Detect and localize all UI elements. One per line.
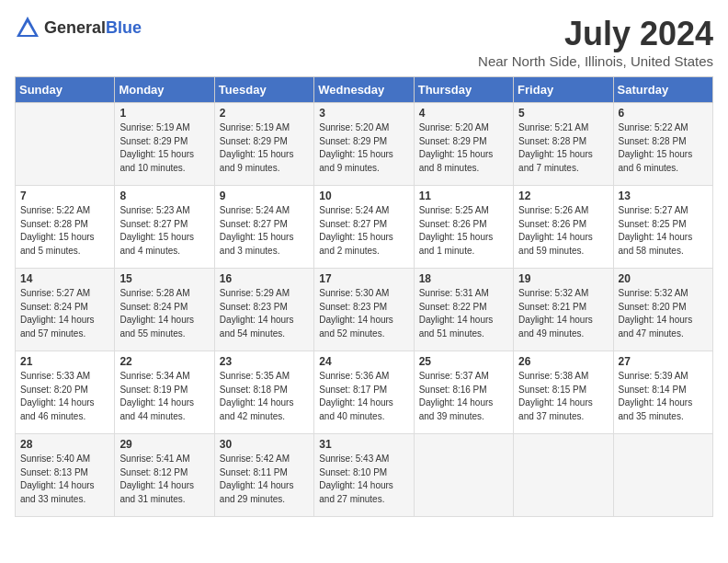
calendar-cell: 30Sunrise: 5:42 AM Sunset: 8:11 PM Dayli… [214, 434, 313, 517]
day-number: 26 [518, 355, 608, 368]
calendar-cell: 8Sunrise: 5:23 AM Sunset: 8:27 PM Daylig… [115, 186, 214, 269]
calendar-cell: 3Sunrise: 5:20 AM Sunset: 8:29 PM Daylig… [314, 103, 414, 186]
cell-info: Sunrise: 5:39 AM Sunset: 8:14 PM Dayligh… [619, 370, 708, 423]
day-number: 28 [20, 438, 109, 451]
calendar-cell [16, 103, 115, 186]
cell-info: Sunrise: 5:22 AM Sunset: 8:28 PM Dayligh… [619, 121, 708, 175]
cell-info: Sunrise: 5:42 AM Sunset: 8:11 PM Dayligh… [220, 453, 309, 506]
calendar-cell: 13Sunrise: 5:27 AM Sunset: 8:25 PM Dayli… [613, 186, 712, 269]
day-number: 16 [220, 272, 309, 285]
calendar-body: 1Sunrise: 5:19 AM Sunset: 8:29 PM Daylig… [16, 103, 713, 517]
day-number: 29 [119, 438, 209, 451]
logo-blue: Blue [106, 18, 142, 37]
day-number: 11 [419, 190, 508, 202]
subtitle: Near North Side, Illinois, United States [478, 53, 713, 69]
calendar-cell: 10Sunrise: 5:24 AM Sunset: 8:27 PM Dayli… [314, 186, 414, 269]
day-number: 27 [619, 355, 708, 368]
calendar-week-row: 21Sunrise: 5:33 AM Sunset: 8:20 PM Dayli… [16, 351, 713, 434]
cell-info: Sunrise: 5:27 AM Sunset: 8:24 PM Dayligh… [20, 287, 109, 340]
cell-info: Sunrise: 5:40 AM Sunset: 8:13 PM Dayligh… [20, 453, 109, 506]
calendar-cell: 22Sunrise: 5:34 AM Sunset: 8:19 PM Dayli… [115, 351, 214, 434]
cell-info: Sunrise: 5:23 AM Sunset: 8:27 PM Dayligh… [119, 204, 209, 258]
cell-info: Sunrise: 5:29 AM Sunset: 8:23 PM Dayligh… [220, 287, 309, 340]
calendar-cell: 21Sunrise: 5:33 AM Sunset: 8:20 PM Dayli… [16, 351, 115, 434]
day-header-sunday: Sunday [16, 77, 115, 103]
day-number: 25 [419, 355, 508, 368]
calendar-cell: 18Sunrise: 5:31 AM Sunset: 8:22 PM Dayli… [414, 269, 513, 351]
main-title: July 2024 [478, 15, 713, 53]
calendar-cell: 11Sunrise: 5:25 AM Sunset: 8:26 PM Dayli… [414, 186, 513, 269]
cell-info: Sunrise: 5:32 AM Sunset: 8:21 PM Dayligh… [518, 287, 608, 340]
calendar-cell: 29Sunrise: 5:41 AM Sunset: 8:12 PM Dayli… [115, 434, 214, 517]
cell-info: Sunrise: 5:32 AM Sunset: 8:20 PM Dayligh… [619, 287, 708, 340]
day-number: 10 [319, 190, 408, 202]
calendar-cell: 17Sunrise: 5:30 AM Sunset: 8:23 PM Dayli… [314, 269, 414, 351]
cell-info: Sunrise: 5:43 AM Sunset: 8:10 PM Dayligh… [319, 453, 408, 506]
cell-info: Sunrise: 5:38 AM Sunset: 8:15 PM Dayligh… [518, 370, 608, 423]
day-number: 20 [619, 272, 708, 285]
day-number: 5 [518, 107, 608, 120]
cell-info: Sunrise: 5:22 AM Sunset: 8:28 PM Dayligh… [20, 204, 109, 258]
day-number: 4 [419, 107, 508, 120]
day-number: 9 [220, 190, 309, 202]
calendar-cell: 25Sunrise: 5:37 AM Sunset: 8:16 PM Dayli… [414, 351, 513, 434]
cell-info: Sunrise: 5:20 AM Sunset: 8:29 PM Dayligh… [419, 121, 508, 175]
day-header-saturday: Saturday [613, 77, 712, 103]
day-header-thursday: Thursday [414, 77, 513, 103]
day-number: 30 [220, 438, 309, 451]
cell-info: Sunrise: 5:35 AM Sunset: 8:18 PM Dayligh… [220, 370, 309, 423]
calendar-cell: 5Sunrise: 5:21 AM Sunset: 8:28 PM Daylig… [514, 103, 613, 186]
calendar-cell [414, 434, 513, 517]
cell-info: Sunrise: 5:34 AM Sunset: 8:19 PM Dayligh… [119, 370, 209, 423]
calendar-cell: 31Sunrise: 5:43 AM Sunset: 8:10 PM Dayli… [314, 434, 414, 517]
day-number: 21 [20, 355, 109, 368]
calendar-week-row: 28Sunrise: 5:40 AM Sunset: 8:13 PM Dayli… [16, 434, 713, 517]
day-number: 13 [619, 190, 708, 202]
cell-info: Sunrise: 5:36 AM Sunset: 8:17 PM Dayligh… [319, 370, 408, 423]
calendar-cell: 19Sunrise: 5:32 AM Sunset: 8:21 PM Dayli… [514, 269, 613, 351]
cell-info: Sunrise: 5:24 AM Sunset: 8:27 PM Dayligh… [319, 204, 408, 258]
calendar-cell: 20Sunrise: 5:32 AM Sunset: 8:20 PM Dayli… [613, 269, 712, 351]
logo-icon [15, 15, 40, 40]
day-number: 8 [119, 190, 209, 202]
calendar-cell: 16Sunrise: 5:29 AM Sunset: 8:23 PM Dayli… [214, 269, 313, 351]
cell-info: Sunrise: 5:24 AM Sunset: 8:27 PM Dayligh… [220, 204, 309, 258]
calendar-cell: 2Sunrise: 5:19 AM Sunset: 8:29 PM Daylig… [214, 103, 313, 186]
cell-info: Sunrise: 5:37 AM Sunset: 8:16 PM Dayligh… [419, 370, 508, 423]
day-number: 7 [20, 190, 109, 202]
logo: GeneralBlue [15, 15, 142, 40]
calendar-cell: 7Sunrise: 5:22 AM Sunset: 8:28 PM Daylig… [16, 186, 115, 269]
title-section: July 2024 Near North Side, Illinois, Uni… [478, 15, 713, 69]
day-header-wednesday: Wednesday [314, 77, 414, 103]
calendar-cell: 27Sunrise: 5:39 AM Sunset: 8:14 PM Dayli… [613, 351, 712, 434]
cell-info: Sunrise: 5:30 AM Sunset: 8:23 PM Dayligh… [319, 287, 408, 340]
calendar-cell: 14Sunrise: 5:27 AM Sunset: 8:24 PM Dayli… [16, 269, 115, 351]
day-number: 15 [119, 272, 209, 285]
logo-text: GeneralBlue [44, 18, 142, 38]
cell-info: Sunrise: 5:27 AM Sunset: 8:25 PM Dayligh… [619, 204, 708, 258]
page-header: GeneralBlue July 2024 Near North Side, I… [15, 15, 713, 69]
day-header-monday: Monday [115, 77, 214, 103]
cell-info: Sunrise: 5:41 AM Sunset: 8:12 PM Dayligh… [119, 453, 209, 506]
cell-info: Sunrise: 5:31 AM Sunset: 8:22 PM Dayligh… [419, 287, 508, 340]
day-header-friday: Friday [514, 77, 613, 103]
day-number: 22 [119, 355, 209, 368]
calendar-week-row: 14Sunrise: 5:27 AM Sunset: 8:24 PM Dayli… [16, 269, 713, 351]
cell-info: Sunrise: 5:33 AM Sunset: 8:20 PM Dayligh… [20, 370, 109, 423]
calendar-cell: 23Sunrise: 5:35 AM Sunset: 8:18 PM Dayli… [214, 351, 313, 434]
cell-info: Sunrise: 5:19 AM Sunset: 8:29 PM Dayligh… [119, 121, 209, 175]
calendar-cell [514, 434, 613, 517]
calendar-cell: 15Sunrise: 5:28 AM Sunset: 8:24 PM Dayli… [115, 269, 214, 351]
calendar-cell: 1Sunrise: 5:19 AM Sunset: 8:29 PM Daylig… [115, 103, 214, 186]
day-number: 2 [220, 107, 309, 120]
calendar-table: SundayMondayTuesdayWednesdayThursdayFrid… [15, 76, 713, 517]
day-number: 1 [119, 107, 209, 120]
day-number: 31 [319, 438, 408, 451]
calendar-cell: 9Sunrise: 5:24 AM Sunset: 8:27 PM Daylig… [214, 186, 313, 269]
day-number: 12 [518, 190, 608, 202]
day-header-tuesday: Tuesday [214, 77, 313, 103]
day-number: 23 [220, 355, 309, 368]
calendar-week-row: 7Sunrise: 5:22 AM Sunset: 8:28 PM Daylig… [16, 186, 713, 269]
cell-info: Sunrise: 5:19 AM Sunset: 8:29 PM Dayligh… [220, 121, 309, 175]
day-number: 14 [20, 272, 109, 285]
